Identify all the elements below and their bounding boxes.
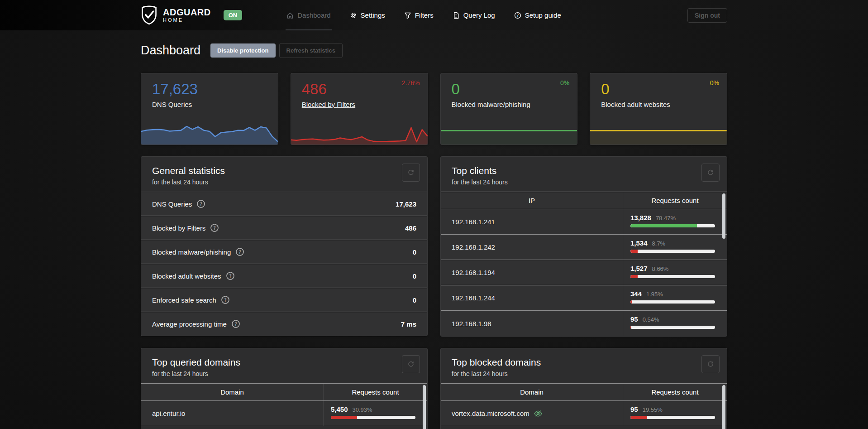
request-percent: 19.55% [643, 406, 663, 413]
progress-bar [331, 416, 415, 419]
help-icon[interactable]: ? [196, 199, 205, 208]
table-row: 192.168.1.241 13,82878.47% [441, 209, 727, 235]
svg-text:?: ? [234, 321, 237, 327]
progress-bar [630, 250, 715, 253]
stat-row-label: Blocked adult websites [152, 272, 221, 280]
stat-row-label: Enforced safe search [152, 296, 216, 304]
stat-label: DNS Queries [152, 101, 278, 108]
home-icon [286, 12, 294, 19]
stat-row-label: Blocked by Filters [152, 224, 205, 232]
scrollbar-thumb[interactable] [722, 193, 725, 239]
column-header-domain: Domain [141, 384, 323, 400]
stat-row: Blocked malware/phishing ? 0 [141, 240, 427, 264]
nav-label: Settings [361, 11, 385, 19]
request-count: 344 [630, 290, 642, 298]
panel-subtitle: for the last 24 hours [452, 370, 716, 378]
refresh-icon [707, 361, 714, 368]
disable-protection-button[interactable]: Disable protection [210, 43, 275, 58]
refresh-icon [707, 169, 714, 176]
brand: ADGUARD HOME ON [141, 0, 242, 30]
nav-item-dashboard[interactable]: Dashboard [286, 0, 331, 30]
nav-item-setup-guide[interactable]: ? Setup guide [513, 0, 562, 30]
table-row: vortex.data.microsoft.com 9519.55% [441, 401, 727, 426]
stat-row-value: 7 ms [401, 320, 416, 328]
progress-bar [630, 224, 715, 227]
help-icon[interactable]: ? [210, 223, 219, 232]
panel-title: Top queried domains [152, 356, 416, 368]
panel-subtitle: for the last 24 hours [452, 178, 716, 187]
page-title: Dashboard [141, 43, 200, 58]
svg-text:?: ? [229, 273, 232, 279]
refresh-statistics-button[interactable]: Refresh statistics [279, 43, 343, 58]
stat-card-blocked-filters: 486 Blocked by Filters 2.76% [291, 73, 428, 145]
svg-text:?: ? [200, 201, 203, 207]
brand-name: ADGUARD [163, 8, 211, 17]
help-icon[interactable]: ? [226, 271, 235, 280]
main-nav: Dashboard Settings Filters [286, 0, 562, 30]
general-statistics-list: DNS Queries ? 17,623 Blocked by Filters … [141, 192, 427, 336]
column-header-requests: Requests count [323, 384, 427, 400]
stat-row: Enforced safe search ? 0 [141, 288, 427, 312]
table-row: 192.168.1.194 1,5278.66% [441, 260, 727, 285]
refresh-icon [407, 169, 415, 176]
stat-card-dns-queries: 17,623 DNS Queries [141, 73, 278, 145]
refresh-panel-button[interactable] [402, 355, 420, 373]
client-ip: 192.168.1.242 [441, 235, 623, 260]
table-header: Domain Requests count [141, 384, 427, 401]
column-header-requests: Requests count [623, 192, 727, 209]
scrollbar-thumb[interactable] [423, 385, 426, 429]
brand-sub: HOME [163, 17, 211, 23]
progress-bar [630, 300, 715, 304]
panel-subtitle: for the last 24 hours [152, 178, 416, 187]
panel-subtitle: for the last 24 hours [152, 370, 416, 378]
client-ip: 192.168.1.241 [441, 209, 623, 234]
blocked-by-filters-link[interactable]: Blocked by Filters [302, 101, 355, 108]
help-icon[interactable]: ? [235, 247, 244, 256]
top-nav: ADGUARD HOME ON Dashboard Settings [0, 0, 868, 30]
panel-title: General statistics [152, 164, 416, 177]
document-icon [453, 12, 460, 19]
nav-label: Query Log [463, 11, 495, 19]
progress-bar [630, 326, 715, 329]
panel-title: Top blocked domains [452, 356, 716, 368]
help-icon[interactable]: ? [221, 295, 230, 304]
panel-title: Top clients [452, 164, 716, 177]
client-ip: 192.168.1.244 [441, 285, 623, 310]
panel-header: Top blocked domains for the last 24 hour… [441, 348, 727, 383]
nav-item-filters[interactable]: Filters [403, 0, 434, 30]
general-statistics-panel: General statistics for the last 24 hours… [141, 156, 428, 336]
stat-cards-row: 17,623 DNS Queries 486 Blocked by Filter… [141, 73, 727, 145]
nav-item-settings[interactable]: Settings [349, 0, 386, 30]
stat-percent: 2.76% [402, 79, 420, 87]
help-icon: ? [514, 12, 521, 19]
request-percent: 30.93% [353, 406, 372, 413]
refresh-icon [407, 361, 415, 368]
nav-label: Filters [415, 11, 434, 19]
scrollbar-thumb[interactable] [722, 385, 725, 429]
sign-out-button[interactable]: Sign out [687, 8, 727, 23]
svg-text:?: ? [224, 297, 227, 303]
stat-label: Blocked malware/phishing [452, 101, 577, 108]
refresh-panel-button[interactable] [701, 164, 720, 182]
blocked-adult-sparkline [590, 119, 727, 145]
request-percent: 8.66% [652, 265, 669, 272]
refresh-panel-button[interactable] [701, 355, 720, 373]
table-row: 192.168.1.242 1,5348.7% [441, 235, 727, 260]
nav-item-query-log[interactable]: Query Log [452, 0, 496, 30]
column-header-domain: Domain [441, 384, 623, 400]
help-icon[interactable]: ? [231, 319, 240, 328]
stat-value: 0 [601, 81, 727, 98]
stat-row: DNS Queries ? 17,623 [141, 192, 427, 216]
progress-bar [630, 275, 715, 278]
request-percent: 8.7% [652, 240, 666, 247]
domain-name: vortex.data.microsoft.com [452, 410, 529, 417]
panel-header: General statistics for the last 24 hours [141, 157, 427, 192]
request-percent: 1.95% [646, 291, 663, 298]
request-count: 5,450 [331, 405, 348, 413]
top-queried-domains-panel: Top queried domains for the last 24 hour… [141, 348, 428, 429]
refresh-panel-button[interactable] [402, 164, 420, 182]
title-row: Dashboard Disable protection Refresh sta… [141, 43, 727, 58]
top-clients-panel: Top clients for the last 24 hours IP Req… [440, 156, 727, 337]
svg-text:?: ? [516, 13, 519, 18]
eye-off-icon[interactable] [534, 409, 543, 418]
